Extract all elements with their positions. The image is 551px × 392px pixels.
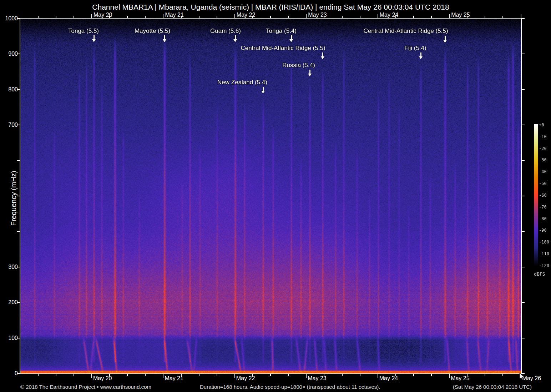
y-tick-label: 100: [0, 335, 18, 341]
x-minor-tick-bottom: [502, 374, 503, 376]
event-annotation-label: Tonga (5.5): [68, 27, 99, 35]
down-arrow-icon: [289, 35, 294, 42]
y-tick-label: 900: [0, 51, 18, 57]
x-major-tick-top: [521, 14, 521, 18]
x-tick-label-top: May 22: [237, 12, 255, 18]
page-title: Channel MBAR1A | Mbarara, Uganda (seismi…: [20, 3, 521, 11]
x-tick-label-bottom: May 21: [165, 375, 183, 382]
x-minor-tick-bottom: [127, 374, 128, 376]
x-minor-tick-top: [413, 16, 414, 18]
x-minor-tick-top: [270, 16, 271, 18]
x-major-tick-bottom: [163, 374, 163, 378]
x-tick-label-bottom: May 23: [308, 375, 326, 382]
colorbar-tick-label: -20: [539, 146, 547, 151]
down-arrow-icon: [419, 52, 423, 59]
down-arrow-icon: [443, 36, 448, 43]
colorbar-tick-label: +0: [539, 122, 544, 127]
event-annotation-label: Mayotte (5.5): [135, 27, 170, 35]
x-minor-tick-bottom: [199, 374, 199, 376]
x-minor-tick-bottom: [413, 374, 414, 376]
colorbar-tick-label: -40: [539, 169, 547, 174]
x-major-tick-bottom: [449, 374, 450, 378]
x-minor-tick-top: [288, 16, 289, 18]
down-arrow-icon: [162, 35, 167, 42]
colorbar-tick-label: -110: [539, 251, 549, 256]
x-tick-label-top: May 24: [380, 12, 398, 18]
y-tick-right: [522, 267, 525, 267]
x-minor-tick-bottom: [485, 374, 485, 376]
spectrogram-viewer: Channel MBAR1A | Mbarara, Uganda (seismi…: [0, 0, 551, 392]
x-minor-tick-top: [431, 16, 432, 18]
x-major-tick-top: [234, 14, 235, 18]
x-major-tick-bottom: [91, 374, 92, 378]
x-minor-tick-bottom: [38, 374, 39, 376]
event-annotation-label: Tonga (5.4): [266, 27, 297, 35]
spectrogram-canvas: [20, 19, 521, 373]
x-tick-label-top: May 21: [165, 12, 183, 18]
x-tick-label-bottom: May 22: [236, 375, 255, 382]
y-tick-right: [522, 231, 525, 232]
event-annotation-label: Guam (5.6): [210, 27, 241, 35]
down-arrow-icon: [233, 35, 238, 42]
colorbar-tick-label: -30: [539, 157, 547, 162]
x-minor-tick-top: [485, 16, 485, 18]
left-axis-line: [20, 18, 20, 374]
x-minor-tick-top: [38, 16, 39, 18]
event-annotation-label: Central Mid-Atlantic Ridge (5.5): [241, 45, 325, 52]
x-major-tick-top: [163, 14, 163, 18]
y-tick-right: [522, 302, 525, 303]
y-tick-label: 200: [0, 299, 18, 306]
down-arrow-icon: [320, 52, 325, 59]
event-annotation-label: Central Mid-Atlantic Ridge (5.5): [363, 27, 448, 35]
x-major-tick-top: [449, 14, 450, 18]
x-minor-tick-bottom: [74, 374, 74, 376]
footer-copyright: © 2018 The Earthsound Project • www.eart…: [20, 384, 151, 390]
y-axis-title: Frequency (mHz): [10, 163, 18, 234]
y-tick-label: 800: [0, 86, 18, 93]
x-minor-tick-top: [56, 16, 56, 18]
colorbar-gradient: [534, 124, 538, 266]
x-minor-tick-bottom: [360, 374, 360, 376]
colorbar-tick-label: -60: [539, 193, 547, 198]
y-tick-right: [522, 160, 525, 161]
x-minor-tick-top: [127, 16, 128, 18]
y-tick-right: [522, 89, 525, 90]
event-annotation-label: Fiji (5.4): [404, 45, 426, 52]
x-major-tick-top: [306, 14, 307, 18]
x-minor-tick-bottom: [270, 374, 271, 376]
colorbar-tick-label: -10: [539, 134, 547, 139]
colorbar-tick-label: -80: [539, 216, 547, 221]
x-tick-label-bottom: May 26: [522, 375, 541, 382]
y-tick-right: [522, 54, 525, 54]
x-tick-label-top: May 23: [308, 12, 327, 18]
event-annotation-label: Russia (5.4): [282, 62, 315, 69]
x-tick-label-bottom: May 20: [93, 375, 112, 382]
mouse-cursor-icon: [519, 373, 525, 381]
y-tick-right: [522, 196, 525, 196]
x-minor-tick-bottom: [288, 374, 289, 376]
y-tick-label: 700: [0, 122, 18, 128]
y-tick-right: [522, 125, 525, 125]
x-major-tick-bottom: [306, 374, 307, 378]
colorbar-tick-label: -70: [539, 205, 547, 210]
x-minor-tick-bottom: [56, 374, 56, 376]
x-minor-tick-top: [217, 16, 217, 18]
x-tick-label-top: May 20: [93, 12, 112, 18]
y-tick-right: [522, 18, 525, 19]
x-minor-tick-top: [74, 16, 74, 18]
x-tick-label-bottom: May 24: [379, 375, 398, 382]
x-minor-tick-top: [145, 16, 146, 18]
colorbar-tick-label: -100: [539, 240, 549, 245]
x-tick-label-top: May 25: [451, 12, 470, 18]
footer-timestamp: (Sat May 26 00:03:04 2018 UTC): [453, 384, 532, 390]
x-major-tick-bottom: [234, 374, 235, 378]
x-minor-tick-top: [199, 16, 199, 18]
x-tick-label-bottom: May 25: [451, 375, 469, 382]
x-major-tick-top: [91, 14, 92, 18]
x-minor-tick-top: [360, 16, 360, 18]
colorbar-tick-label: -120: [539, 263, 549, 268]
y-tick-label: 0: [0, 370, 18, 377]
y-tick-label: 1000: [0, 15, 18, 22]
down-arrow-icon: [308, 70, 312, 76]
x-minor-tick-bottom: [145, 374, 146, 376]
